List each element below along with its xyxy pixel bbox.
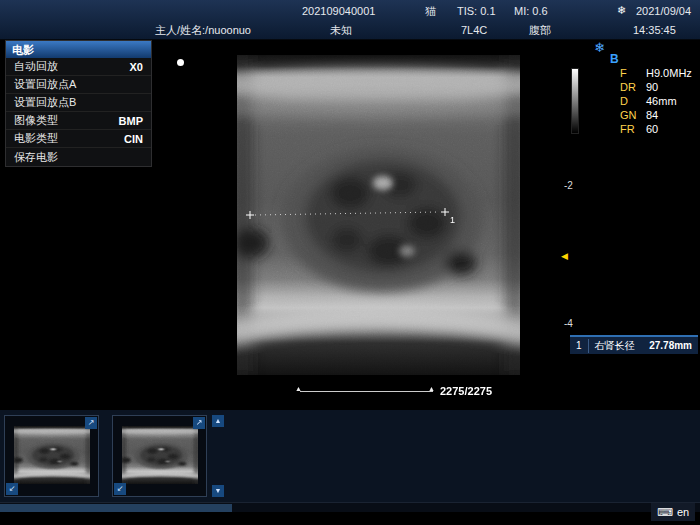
ime-indicator[interactable]: ⌨ en <box>651 503 695 521</box>
menu-item-cine-type[interactable]: 电影类型 CIN <box>6 130 151 148</box>
cine-progress-bar[interactable] <box>300 391 433 392</box>
param-value: 60 <box>646 122 658 136</box>
menu-item-label: 自动回放 <box>14 59 58 74</box>
thumb-scroll-down-icon[interactable]: ▼ <box>212 485 224 497</box>
menu-item-set-point-b[interactable]: 设置回放点B <box>6 94 151 112</box>
caliper-cross-b[interactable] <box>441 208 449 216</box>
cine-end-marker-icon[interactable]: ▲ <box>428 385 435 392</box>
thumbnail-strip: ↙ ↗ ↙ ↗ ▲ ▼ <box>0 410 700 502</box>
thumbnail-1[interactable]: ↙ ↗ <box>4 415 99 497</box>
param-label: D <box>620 94 646 108</box>
menu-item-value: X0 <box>130 61 143 73</box>
gender-label: 未知 <box>330 23 352 37</box>
thumbnail-expand-icon[interactable]: ↙ <box>6 483 18 495</box>
menu-item-image-type[interactable]: 图像类型 BMP <box>6 112 151 130</box>
exam-time: 14:35:45 <box>633 23 676 37</box>
species-label: 猫 <box>425 4 436 18</box>
cine-start-marker-icon[interactable]: ▲ <box>295 385 302 392</box>
exam-date: 2021/09/04 <box>636 4 691 18</box>
menu-item-save-cine[interactable]: 保存电影 <box>6 148 151 166</box>
ime-language-label: en <box>677 506 689 518</box>
menu-item-value: CIN <box>124 133 143 145</box>
thumbnail-expand-icon[interactable]: ↙ <box>114 483 126 495</box>
grayscale-bar <box>571 68 579 134</box>
caliper-overlay: 1 <box>237 55 520 375</box>
thumb-scroll-up-icon[interactable]: ▲ <box>212 415 224 427</box>
menu-item-auto-playback[interactable]: 自动回放 X0 <box>6 58 151 76</box>
preset-label: 腹部 <box>529 23 551 37</box>
tis-value: TIS: 0.1 <box>457 4 496 18</box>
menu-item-label: 保存电影 <box>14 150 58 165</box>
param-label: DR <box>620 80 646 94</box>
scrollbar-thumb[interactable] <box>0 504 232 512</box>
param-value: 46mm <box>646 94 677 108</box>
param-value: H9.0MHz <box>646 66 692 80</box>
param-value: 90 <box>646 80 658 94</box>
mi-value: MI: 0.6 <box>514 4 548 18</box>
menu-item-label: 图像类型 <box>14 113 58 128</box>
depth-mark-2: -2 <box>564 180 573 191</box>
param-label: F <box>620 66 646 80</box>
keyboard-icon: ⌨ <box>657 506 673 519</box>
ultrasound-image[interactable]: 1 <box>237 55 520 375</box>
freeze-icon: ❄ <box>594 40 605 55</box>
depth-mark-4: -4 <box>564 318 573 329</box>
record-indicator-dot <box>177 59 184 66</box>
caliper-number-label: 1 <box>450 215 455 225</box>
thumbnail-image <box>14 426 90 484</box>
focus-marker-icon[interactable]: ◀ <box>561 251 568 261</box>
caliper-line <box>255 212 439 215</box>
param-value: 84 <box>646 108 658 122</box>
thumbnail-2[interactable]: ↙ ↗ <box>112 415 207 497</box>
mode-indicator: B <box>610 52 619 66</box>
exam-id: 202109040001 <box>302 4 375 18</box>
param-gain: GN 84 <box>620 108 692 122</box>
snowflake-icon: ❄ <box>617 3 626 17</box>
menu-item-label: 设置回放点A <box>14 77 76 92</box>
param-frequency: F H9.0MHz <box>620 66 692 80</box>
measurement-value: 27.78mm <box>649 340 692 351</box>
measurement-index: 1 <box>576 340 582 351</box>
measurement-label: 右肾长径 <box>588 339 635 353</box>
frame-counter: 2275/2275 <box>440 385 492 397</box>
ultrasound-app: 202109040001 猫 TIS: 0.1 MI: 0.6 ❄ 2021/0… <box>0 0 700 525</box>
patient-info-bar: 202109040001 猫 TIS: 0.1 MI: 0.6 ❄ 2021/0… <box>0 0 700 40</box>
thumbnail-open-icon[interactable]: ↗ <box>193 417 205 429</box>
param-label: GN <box>620 108 646 122</box>
menu-item-value: BMP <box>119 115 143 127</box>
menu-item-set-point-a[interactable]: 设置回放点A <box>6 76 151 94</box>
param-label: FR <box>620 122 646 136</box>
probe-label: 7L4C <box>461 23 487 37</box>
cine-menu-title: 电影 <box>6 41 151 58</box>
param-frame-rate: FR 60 <box>620 122 692 136</box>
menu-item-label: 设置回放点B <box>14 95 76 110</box>
measurement-result: 1 右肾长径 27.78mm <box>570 335 698 354</box>
param-dynamic-range: DR 90 <box>620 80 692 94</box>
menu-item-label: 电影类型 <box>14 131 58 146</box>
image-parameters: F H9.0MHz DR 90 D 46mm GN 84 FR 60 <box>620 66 692 136</box>
cine-menu: 电影 自动回放 X0 设置回放点A 设置回放点B 图像类型 BMP 电影类型 C… <box>5 40 152 167</box>
thumbnail-image <box>122 426 198 484</box>
thumbnail-open-icon[interactable]: ↗ <box>85 417 97 429</box>
horizontal-scrollbar[interactable] <box>0 502 700 512</box>
param-depth: D 46mm <box>620 94 692 108</box>
owner-name: 主人/姓名:/nuoonuo <box>155 23 251 37</box>
caliper-cross-a[interactable] <box>246 211 254 219</box>
